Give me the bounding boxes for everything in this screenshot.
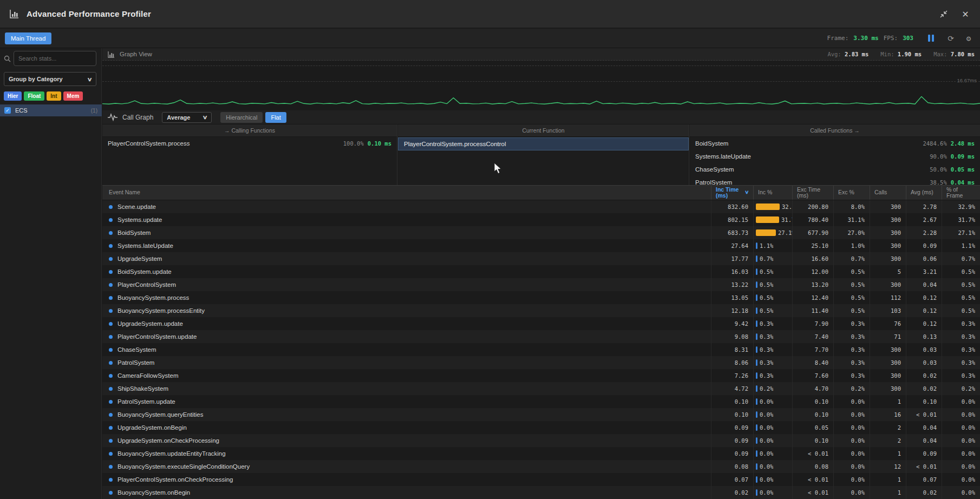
inc-percent-value: 0.0% — [760, 476, 773, 483]
inc-percent-value: 0.0% — [760, 489, 773, 496]
inc-percent-bar — [756, 489, 757, 496]
calling-function-row[interactable]: PlayerControlSystem.process100.0%0.10 ms — [102, 137, 397, 150]
collapse-icon[interactable] — [938, 8, 950, 20]
value-cell: 300 — [870, 356, 906, 369]
table-row[interactable]: ChaseSystem8.310.3%7.700.3%3000.030.3% — [102, 343, 980, 356]
filter-button-hier[interactable]: Hier — [4, 91, 22, 101]
inc-percent-value: 0.0% — [760, 424, 773, 431]
column-header-exc-time-ms-[interactable]: Exc Time (ms) — [792, 186, 833, 200]
inc-percent-value: 31.7% — [781, 216, 792, 223]
column-header-inc-time-ms-[interactable]: Inc Time (ms)∨ — [711, 186, 753, 200]
inc-percent-cell: 0.0% — [753, 434, 792, 447]
called-function-row[interactable]: PatrolSystem38.5%0.04 ms — [690, 176, 980, 186]
value-cell: 0.02 — [711, 486, 753, 499]
table-row[interactable]: PlayerControlSystem.update9.080.3%7.400.… — [102, 330, 980, 343]
thread-bar: Main Thread Frame: 3.30 ms FPS: 303 ⟳ ⚙ — [0, 29, 980, 48]
table-row[interactable]: Systems.lateUpdate27.641.1%25.101.0%3000… — [102, 239, 980, 252]
value-cell: 9.42 — [711, 317, 753, 330]
filter-button-int[interactable]: Int — [47, 91, 61, 101]
value-cell: 0.10 — [792, 434, 833, 447]
table-row[interactable]: BoidSystem683.7327.1%677.9027.0%3002.282… — [102, 226, 980, 239]
event-dot-icon — [109, 205, 113, 209]
event-name-cell: BoidSystem — [102, 226, 711, 239]
value-cell: 7.40 — [792, 330, 833, 343]
table-row[interactable]: BuoyancySystem.executeSingleConditionQue… — [102, 460, 980, 473]
value-cell: 0.09 — [906, 239, 942, 252]
called-function-row[interactable]: Systems.lateUpdate90.0%0.09 ms — [690, 150, 980, 163]
called-function-row[interactable]: ChaseSystem50.0%0.05 ms — [690, 163, 980, 176]
value-cell: 0.09 — [906, 447, 942, 460]
column-header-exc-[interactable]: Exc % — [833, 186, 870, 200]
table-row[interactable]: BuoyancySystem.onBegin0.020.0%< 0.010.0%… — [102, 486, 980, 499]
value-cell: 0.02 — [906, 369, 942, 382]
value-cell: 0.0% — [833, 460, 870, 473]
function-metrics: 100.0%0.10 ms — [343, 140, 391, 147]
column-header-inc-[interactable]: Inc % — [753, 186, 792, 200]
inc-percent-cell: 0.0% — [753, 421, 792, 434]
category-row-ecs[interactable]: ✓ECS(1) — [0, 104, 102, 116]
aggregation-select[interactable]: Average ∨ — [162, 112, 212, 123]
table-row[interactable]: PlayerControlSystem.onCheckProcessing0.0… — [102, 473, 980, 486]
table-row[interactable]: CameraFollowSystem7.260.3%7.600.3%3000.0… — [102, 369, 980, 382]
event-name-cell: ChaseSystem — [102, 343, 711, 356]
flat-button[interactable]: Flat — [265, 112, 286, 123]
value-cell: 8.06 — [711, 356, 753, 369]
table-row[interactable]: UpgradeSystem17.770.7%16.600.7%3000.060.… — [102, 252, 980, 265]
hierarchical-button[interactable]: Hierarchical — [220, 112, 263, 123]
event-name: Systems.lateUpdate — [117, 242, 173, 249]
event-dot-icon — [109, 439, 113, 443]
table-row[interactable]: UpgradeSystem.update9.420.3%7.900.3%760.… — [102, 317, 980, 330]
table-row[interactable]: BuoyancySystem.process13.050.5%12.400.5%… — [102, 291, 980, 304]
column-header-event-name[interactable]: Event Name — [102, 186, 711, 200]
value-cell: 12.40 — [792, 291, 833, 304]
event-name-cell: PlayerControlSystem.onCheckProcessing — [102, 473, 711, 486]
inc-percent-value: 0.3% — [760, 372, 773, 379]
column-header-calls[interactable]: Calls — [870, 186, 906, 200]
event-name: BuoyancySystem.onBegin — [117, 489, 190, 496]
group-by-select[interactable]: Group by Category ∨ — [4, 72, 96, 86]
filter-button-mem[interactable]: Mem — [63, 91, 83, 101]
inc-percent-value: 0.3% — [760, 320, 773, 327]
table-row[interactable]: BoidSystem.update16.030.5%12.000.5%53.21… — [102, 265, 980, 278]
stat-label: Avg: — [827, 51, 845, 57]
pause-icon[interactable] — [926, 34, 936, 43]
checkbox-icon[interactable]: ✓ — [4, 107, 11, 114]
event-name: PatrolSystem — [117, 359, 154, 366]
value-cell: 4.70 — [792, 382, 833, 395]
value-cell: 0.06 — [906, 252, 942, 265]
table-row[interactable]: ShipShakeSystem4.720.2%4.700.2%3000.020.… — [102, 382, 980, 395]
column-header-label: Event Name — [109, 189, 140, 195]
table-row[interactable]: UpgradeSystem.onBegin0.090.0%0.050.0%20.… — [102, 421, 980, 434]
value-cell: 0.3% — [833, 330, 870, 343]
inc-percent-cell: 1.1% — [753, 239, 792, 252]
table-row[interactable]: BuoyancySystem.queryEntities0.100.0%0.10… — [102, 408, 980, 421]
refresh-icon[interactable]: ⟳ — [946, 34, 956, 43]
event-name: BuoyancySystem.updateEntityTracking — [117, 450, 226, 457]
value-cell: 0.0% — [833, 447, 870, 460]
table-row[interactable]: Scene.update832.6032.9%200.808.0%3002.78… — [102, 200, 980, 213]
close-icon[interactable]: ✕ — [959, 8, 971, 20]
column-header--of-frame[interactable]: % of Frame — [942, 186, 980, 200]
current-function-cell[interactable]: PlayerControlSystem.processControl — [398, 137, 689, 150]
table-row[interactable]: PlayerControlSystem13.220.5%13.200.5%300… — [102, 278, 980, 291]
table-row[interactable]: UpgradeSystem.onCheckProcessing0.090.0%0… — [102, 434, 980, 447]
called-function-row[interactable]: BoidSystem2484.6%2.48 ms — [690, 137, 980, 150]
value-cell: 300 — [870, 343, 906, 356]
table-row[interactable]: PatrolSystem.update0.100.0%0.100.0%10.10… — [102, 395, 980, 408]
table-row[interactable]: PatrolSystem8.060.3%8.400.3%3000.030.3% — [102, 356, 980, 369]
gear-icon[interactable]: ⚙ — [964, 34, 974, 43]
filter-button-float[interactable]: Float — [24, 91, 44, 101]
value-cell: 103 — [870, 304, 906, 317]
function-metrics: 90.0%0.09 ms — [930, 153, 975, 160]
value-cell: 0.03 — [906, 356, 942, 369]
value-cell: 0.3% — [942, 343, 980, 356]
column-header-avg-ms-[interactable]: Avg (ms) — [906, 186, 942, 200]
search-input[interactable] — [14, 51, 96, 66]
main-thread-button[interactable]: Main Thread — [5, 32, 51, 44]
value-cell: 71 — [870, 330, 906, 343]
graph-stat: Min: 1.90 ms — [880, 51, 922, 57]
value-cell: 27.1% — [942, 226, 980, 239]
table-row[interactable]: BuoyancySystem.processEntity12.180.5%11.… — [102, 304, 980, 317]
table-row[interactable]: Systems.update802.1531.7%780.4031.1%3002… — [102, 213, 980, 226]
table-row[interactable]: BuoyancySystem.updateEntityTracking0.090… — [102, 447, 980, 460]
